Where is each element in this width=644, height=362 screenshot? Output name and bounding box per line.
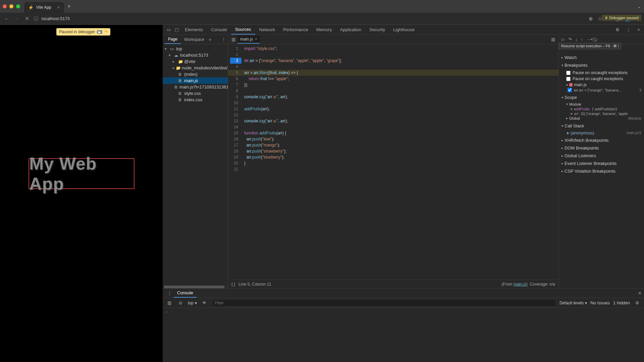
log-levels-selector[interactable]: Default levels ▾ — [559, 301, 587, 305]
nav-kebab-icon[interactable]: ⋮ — [221, 37, 226, 42]
tab-console[interactable]: Console — [207, 25, 231, 35]
tree-stylecss[interactable]: 🗎style.css — [163, 90, 228, 97]
nav-more-icon[interactable]: » — [209, 37, 211, 42]
url-text[interactable]: localhost:5173 — [42, 16, 70, 21]
reload-button[interactable]: ✕ — [23, 15, 30, 22]
close-window-button[interactable] — [3, 4, 7, 8]
minimize-window-button[interactable] — [9, 4, 13, 8]
inspect-icon[interactable]: ▭ — [167, 27, 171, 32]
toggle-navigator-icon[interactable]: ▥ — [231, 37, 235, 42]
tree-node-modules[interactable]: ▸📁node_modules/vite/dist/c — [163, 65, 228, 71]
code-line[interactable]: 3let arr = ["orange", "banana", "apple",… — [228, 58, 558, 64]
code-line[interactable]: 14 — [228, 124, 558, 130]
resume-icon[interactable]: ▶ — [97, 30, 102, 34]
breakpoints-section[interactable]: ▾Breakpoints — [559, 61, 644, 69]
code-line[interactable]: 19 arr.push("blueberry"); — [228, 154, 558, 160]
new-tab-button[interactable]: + — [67, 3, 71, 10]
code-line[interactable]: 1import "/style.css"; — [228, 46, 558, 52]
code-line[interactable]: 7}); — [228, 82, 558, 88]
code-line[interactable]: 20} — [228, 160, 558, 166]
code-line[interactable]: 15function addFruits(arr) { — [228, 130, 558, 136]
watch-section[interactable]: ▸Watch — [559, 54, 644, 61]
code-editor[interactable]: 1import "/style.css";23let arr = ["orang… — [228, 44, 558, 280]
console-body[interactable]: › — [163, 308, 644, 362]
close-devtools-icon[interactable]: × — [637, 27, 640, 32]
code-line[interactable]: 16 arr.push("kiwi"); — [228, 136, 558, 142]
close-drawer-icon[interactable]: × — [638, 290, 641, 296]
code-line[interactable]: 13console.log("arr a:", arr); — [228, 118, 558, 124]
code-line[interactable]: 4 — [228, 64, 558, 70]
scope-addfruits[interactable]: ▸addFruits: ƒ addFruits(arr) — [566, 107, 641, 111]
console-menu-icon[interactable]: ⋮ — [167, 291, 172, 296]
scope-module[interactable]: ▾Module — [566, 102, 641, 107]
maximize-window-button[interactable] — [16, 4, 20, 8]
code-line[interactable]: 10 — [228, 100, 558, 106]
nav-tab-workspace[interactable]: Workspace — [181, 35, 208, 44]
code-line[interactable]: 6 return fruit !== "apple"; — [228, 76, 558, 82]
source-link[interactable]: main.js — [514, 282, 526, 287]
tab-elements[interactable]: Elements — [181, 25, 207, 35]
bp-file-header[interactable]: ▾main.js — [566, 82, 641, 88]
step-over-button[interactable]: ↷ — [568, 37, 572, 42]
step-out-button[interactable]: ↑ — [581, 37, 583, 42]
code-line[interactable]: 12 — [228, 112, 558, 118]
step-into-button[interactable]: ↓ — [575, 37, 578, 42]
browser-tab[interactable]: ⚡ Vite App × — [24, 2, 64, 13]
issues-label[interactable]: No Issues — [590, 300, 610, 305]
tree-indexcss[interactable]: 🗎index.css — [163, 97, 228, 103]
nav-tab-page[interactable]: Page — [165, 35, 181, 44]
console-filter-input[interactable] — [212, 299, 556, 307]
tab-memory[interactable]: Memory — [312, 25, 336, 35]
code-line[interactable]: 9console.log("arr a:", arr); — [228, 94, 558, 100]
tab-sources[interactable]: Sources — [231, 25, 255, 35]
tree-mainjs-ts[interactable]: 🗎main.js?t=171093131361 — [163, 84, 228, 90]
site-info-icon[interactable]: ⓘ — [34, 16, 38, 22]
device-toggle-icon[interactable]: ▢ — [175, 27, 179, 32]
context-selector[interactable]: top ▾ — [188, 301, 197, 305]
tab-performance[interactable]: Performance — [279, 25, 312, 35]
event-listener-bp-section[interactable]: ▸Event Listener Breakpoints — [559, 160, 644, 167]
tree-vite-folder[interactable]: ▸📁@vite — [163, 58, 228, 65]
xhr-bp-section[interactable]: ▸XHR/fetch Breakpoints — [559, 136, 644, 144]
code-line[interactable]: 11addFruits(arr); — [228, 106, 558, 112]
dom-bp-section[interactable]: ▸DOM Breakpoints — [559, 144, 644, 152]
nav-scrollbar[interactable] — [164, 286, 224, 288]
code-line[interactable]: 21 — [228, 166, 558, 172]
step-button[interactable]: →• — [586, 37, 592, 42]
pretty-print-icon[interactable]: { } — [231, 282, 235, 287]
callstack-section[interactable]: ▾Call Stack — [559, 122, 644, 130]
tree-host[interactable]: ▾☁localhost:5173 — [163, 52, 228, 58]
close-editor-tab-icon[interactable]: × — [255, 37, 257, 42]
step-over-icon[interactable]: ↷ — [104, 29, 108, 34]
back-button[interactable]: ← — [3, 16, 10, 22]
code-line[interactable]: 17 arr.push("mango"); — [228, 142, 558, 148]
devtools-menu-icon[interactable]: ⋮ — [626, 27, 631, 32]
toggle-sidebar-icon[interactable]: ▥ — [167, 300, 171, 305]
settings-icon[interactable]: ⚙ — [615, 27, 620, 32]
close-tab-icon[interactable]: × — [57, 5, 60, 10]
resume-button[interactable]: ▷ — [561, 37, 565, 42]
editor-tab-mainjs[interactable]: main.js × — [237, 36, 260, 44]
tab-lighthouse[interactable]: Lighthouse — [389, 25, 419, 35]
forward-button[interactable]: → — [13, 16, 20, 22]
tab-network[interactable]: Network — [255, 25, 279, 35]
csp-bp-section[interactable]: ▸CSP Violation Breakpoints — [559, 167, 644, 175]
hidden-count[interactable]: 1 hidden — [613, 300, 630, 305]
code-line[interactable]: 8 — [228, 88, 558, 94]
scope-global[interactable]: ▸GlobalWindow — [566, 116, 641, 121]
code-line[interactable]: 5arr = arr.filter((fruit, index) => { — [228, 70, 558, 76]
console-drawer-tab[interactable]: Console — [174, 289, 197, 298]
breakpoint-entry[interactable]: let arr = ["orange", "banana… 3 — [566, 88, 641, 92]
tree-index[interactable]: 🗎(index) — [163, 71, 228, 77]
console-settings-icon[interactable]: ⚙ — [635, 300, 639, 305]
pause-caught-checkbox[interactable]: Pause on caught exceptions — [566, 76, 641, 82]
zoom-icon[interactable]: ⊕ — [589, 16, 593, 22]
code-line[interactable]: 18 arr.push("strawberry"); — [228, 148, 558, 154]
toggle-debugger-icon[interactable]: ▥ — [551, 37, 555, 42]
tree-mainjs[interactable]: 🗎main.js — [163, 77, 228, 84]
scope-section[interactable]: ▾Scope — [559, 94, 644, 101]
scope-arr[interactable]: ▸arr: (5) ['orange', 'banana', 'apple — [566, 111, 641, 116]
tree-top[interactable]: ▾▭top — [163, 46, 228, 52]
global-listeners-section[interactable]: ▸Global Listeners — [559, 152, 644, 160]
pause-uncaught-checkbox[interactable]: Pause on uncaught exceptions — [566, 70, 641, 76]
